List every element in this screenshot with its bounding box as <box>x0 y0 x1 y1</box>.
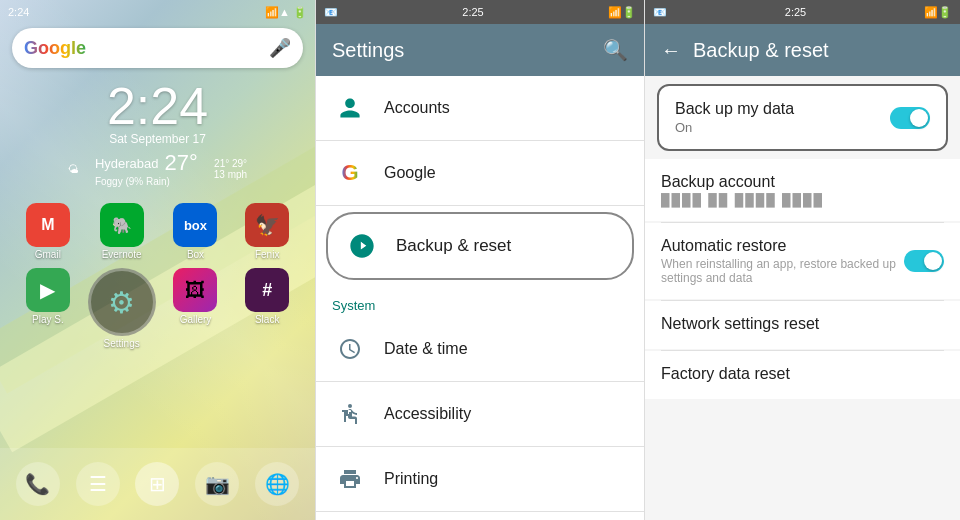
app-playstore[interactable]: ▶ Play S. <box>16 268 80 349</box>
gmail-icon: M <box>26 203 70 247</box>
google-logo: Google <box>24 38 86 59</box>
settings-status-icons: 📶🔋 <box>608 6 636 19</box>
app-fenix[interactable]: 🦅 Fenix <box>235 203 299 260</box>
backup-my-data-item[interactable]: Back up my data On <box>657 84 948 151</box>
printing-icon <box>332 461 368 497</box>
settings-list: Accounts G Google Backup & reset System … <box>316 76 644 520</box>
weather-temp-range: 21° 29° <box>214 158 247 169</box>
fenix-icon: 🦅 <box>245 203 289 247</box>
gmail-label: Gmail <box>35 249 61 260</box>
backup-status-bar: 📧 2:25 📶🔋 <box>645 0 960 24</box>
backup-status-icons: 📶🔋 <box>924 6 952 19</box>
toggle-thumb <box>910 109 928 127</box>
settings-fab-icon: ⚙ <box>88 268 156 336</box>
settings-item-accounts[interactable]: Accounts <box>316 76 644 141</box>
slack-label: Slack <box>255 314 279 325</box>
dock-apps[interactable]: ⊞ <box>135 462 179 506</box>
gallery-label: Gallery <box>180 314 212 325</box>
backup-label: Backup & reset <box>396 236 511 256</box>
accounts-icon <box>332 90 368 126</box>
google-label: Google <box>384 164 436 182</box>
settings-panel: 📧 2:25 📶🔋 Settings 🔍 Accounts G Google B… <box>315 0 645 520</box>
dock-contacts[interactable]: ☰ <box>76 462 120 506</box>
home-time: 2:24 <box>8 6 29 18</box>
evernote-icon: 🐘 <box>100 203 144 247</box>
settings-fab-app[interactable]: ⚙ Settings <box>88 268 156 349</box>
backup-status-time: 2:25 <box>785 6 806 18</box>
accessibility-label: Accessibility <box>384 405 471 423</box>
weather-icon: 🌤 <box>68 163 79 175</box>
automatic-restore-toggle[interactable] <box>904 250 944 272</box>
backup-account-item[interactable]: Backup account ████ ██ ████ ████ <box>645 159 960 221</box>
weather-condition: Foggy (9% Rain) <box>95 176 198 187</box>
settings-item-accessibility[interactable]: Accessibility <box>316 382 644 447</box>
backup-account-value: ████ ██ ████ ████ <box>661 193 944 207</box>
app-slack[interactable]: # Slack <box>235 268 299 349</box>
weather-widget: 🌤 Hyderabad 27° Foggy (9% Rain) 21° 29° … <box>0 150 315 187</box>
gallery-icon: 🖼 <box>173 268 217 312</box>
backup-panel: 📧 2:25 📶🔋 ← Backup & reset Back up my da… <box>645 0 960 520</box>
box-label: Box <box>187 249 204 260</box>
system-section-header: System <box>316 286 644 317</box>
network-reset-item[interactable]: Network settings reset <box>645 301 960 349</box>
factory-reset-item[interactable]: Factory data reset <box>645 351 960 399</box>
clock-time: 2:24 <box>0 76 315 136</box>
backup-panel-title: Backup & reset <box>693 39 829 62</box>
backup-list: Back up my data On Backup account ████ █… <box>645 76 960 520</box>
datetime-icon <box>332 331 368 367</box>
automatic-restore-desc: When reinstalling an app, restore backed… <box>661 257 896 285</box>
factory-reset-title: Factory data reset <box>661 365 944 383</box>
app-gallery[interactable]: 🖼 Gallery <box>164 268 228 349</box>
home-signal-icons: 📶▲ 🔋 <box>265 6 307 19</box>
weather-wind: 13 mph <box>214 169 247 180</box>
backup-icon <box>344 228 380 264</box>
settings-item-systemupdates[interactable]: System updates <box>316 512 644 520</box>
app-box[interactable]: box Box <box>164 203 228 260</box>
weather-temp: 27° <box>164 150 197 176</box>
dock-phone[interactable]: 📞 <box>16 462 60 506</box>
settings-item-google[interactable]: G Google <box>316 141 644 206</box>
dock-chrome[interactable]: 🌐 <box>255 462 299 506</box>
back-button[interactable]: ← <box>661 39 681 62</box>
settings-item-backup[interactable]: Backup & reset <box>326 212 634 280</box>
home-status-bar: 2:24 📶▲ 🔋 <box>0 0 315 24</box>
automatic-restore-title: Automatic restore <box>661 237 896 255</box>
settings-fab-label: Settings <box>104 338 140 349</box>
backup-toolbar: ← Backup & reset <box>645 24 960 76</box>
auto-restore-toggle-thumb <box>924 252 942 270</box>
evernote-label: Evernote <box>102 249 142 260</box>
accounts-label: Accounts <box>384 99 450 117</box>
settings-status-time: 2:25 <box>462 6 483 18</box>
app-grid: M Gmail 🐘 Evernote box Box 🦅 Fenix ▶ <box>0 195 315 357</box>
clock-date: Sat September 17 <box>0 132 315 146</box>
backup-account-title: Backup account <box>661 173 944 191</box>
automatic-restore-item[interactable]: Automatic restore When reinstalling an a… <box>645 223 960 299</box>
settings-item-printing[interactable]: Printing <box>316 447 644 512</box>
slack-icon: # <box>245 268 289 312</box>
network-reset-title: Network settings reset <box>661 315 944 333</box>
accessibility-icon <box>332 396 368 432</box>
backup-my-data-toggle[interactable] <box>890 107 930 129</box>
app-evernote[interactable]: 🐘 Evernote <box>88 203 156 260</box>
playstore-label: Play S. <box>32 314 64 325</box>
microphone-icon[interactable]: 🎤 <box>269 37 291 59</box>
settings-notification-icon: 📧 <box>324 6 338 19</box>
settings-panel-title: Settings <box>332 39 603 62</box>
fenix-label: Fenix <box>255 249 279 260</box>
svg-point-0 <box>348 404 352 408</box>
settings-status-bar: 📧 2:25 📶🔋 <box>316 0 644 24</box>
settings-search-icon[interactable]: 🔍 <box>603 38 628 62</box>
weather-location: Hyderabad <box>95 156 159 171</box>
box-icon: box <box>173 203 217 247</box>
clock-widget: 2:24 Sat September 17 <box>0 76 315 146</box>
google-icon: G <box>332 155 368 191</box>
settings-item-datetime[interactable]: Date & time <box>316 317 644 382</box>
home-screen: 2:24 📶▲ 🔋 Google 🎤 2:24 Sat September 17… <box>0 0 315 520</box>
dock-camera[interactable]: 📷 <box>195 462 239 506</box>
app-gmail[interactable]: M Gmail <box>16 203 80 260</box>
datetime-label: Date & time <box>384 340 468 358</box>
backup-notification-icon: 📧 <box>653 6 667 19</box>
playstore-icon: ▶ <box>26 268 70 312</box>
printing-label: Printing <box>384 470 438 488</box>
google-search-bar[interactable]: Google 🎤 <box>12 28 303 68</box>
